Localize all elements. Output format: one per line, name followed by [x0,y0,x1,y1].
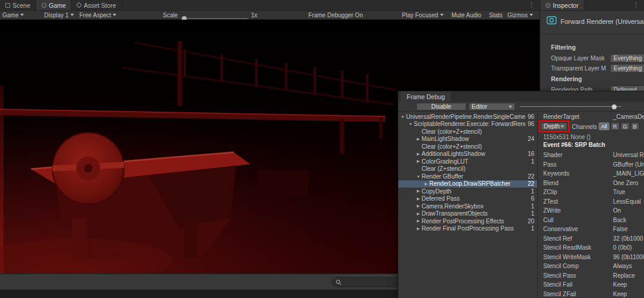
transparent-layer-mask-dropdown[interactable]: Everything [610,64,644,73]
bottom-strip [0,290,398,298]
play-focused-dropdown[interactable]: Play Focused [402,11,444,19]
chevron-down-icon [20,14,24,16]
tree-row-label: Clear (Z+stencil) [422,165,466,172]
property-row: ZClipTrue [538,188,644,197]
tab-scene[interactable]: Scene [0,0,36,10]
tree-row-label: Render GBuffer [422,173,463,180]
tree-row-count: 22 [525,180,537,187]
render-target-label: RenderTarget [543,113,580,120]
display-dropdown[interactable]: Display 1 [44,11,74,19]
tree-row[interactable]: ▶MainLightShadow24 [398,136,537,143]
frame-debug-titlebar[interactable]: Frame Debug [398,91,644,102]
game-icon [42,3,47,8]
property-label: Stencil WriteMask [543,254,591,260]
chevron-down-icon[interactable]: ▼ [407,122,414,126]
tree-row[interactable]: ▼Render GBuffer22 [398,173,537,180]
overflow-menu-icon[interactable]: ⋮ [524,0,540,10]
unity-editor-window: Scene Game Asset Store ⋮ Inspector ⋮ Gam… [0,0,644,298]
chevron-down-icon[interactable]: ▼ [415,174,422,179]
tree-row[interactable]: ▶Camera.RenderSkybox1 [398,202,537,210]
tree-row[interactable]: Clear (color+Z+stencil) [398,143,537,150]
tree-row-label: ColorGradingLUT [422,158,468,165]
disable-button[interactable]: Disable [416,103,466,110]
scale-slider-track[interactable] [181,18,248,19]
tree-row[interactable]: ▶Render PostProcessing Effects20 [398,217,537,225]
tree-row-count: 1 [528,225,537,232]
chevron-right-icon[interactable]: ▶ [415,204,422,208]
property-row: Stencil WriteMask96 (0b11000 [538,253,644,262]
chevron-right-icon[interactable]: ▶ [415,226,422,231]
tab-asset-store[interactable]: Asset Store [72,0,122,10]
channel-button-g[interactable]: G [621,122,630,130]
depth-channel-dropdown[interactable]: Depth [541,122,567,130]
tree-row-count: 1 [528,210,537,217]
tree-row[interactable]: ▶ColorGradingLUT1 [398,158,537,165]
inspector-tab-bar: Inspector ⋮ [540,0,644,11]
tree-row[interactable]: ▶AdditionalLightsShadow16 [398,150,537,158]
property-value: One Zero [613,180,638,186]
opaque-layer-mask-value: Everything [614,55,642,62]
property-row: Stencil FailKeep [538,280,644,290]
aspect-ratio-dropdown[interactable]: Free Aspect [79,11,116,19]
tab-asset-store-label: Asset Store [83,2,116,9]
game-menu-dropdown[interactable]: Game [2,11,24,19]
tree-row[interactable]: ▶CopyDepth1 [398,188,537,195]
tree-row[interactable]: ▶Deferred Pass6 [398,195,537,203]
chevron-right-icon[interactable]: ▶ [415,189,422,193]
rendering-section-header: Rendering [551,75,582,82]
tree-row[interactable]: ▼ScriptableRenderer.Execute: ForwardRend… [398,121,537,128]
tree-row-count: 1 [528,158,537,165]
search-icon [336,279,342,285]
channels-label: Channels [572,124,597,130]
opaque-layer-mask-dropdown[interactable]: Everything [610,54,644,63]
tree-row-label: ScriptableRenderer.Execute: ForwardRende… [414,121,525,127]
property-value: False [613,226,627,232]
chevron-down-icon[interactable]: ▼ [400,115,406,119]
event-slider-track[interactable] [520,106,621,107]
channel-button-b[interactable]: B [631,122,639,130]
tree-row-label: Clear (color+Z+stencil) [422,143,482,150]
channels-group: AllRGB [599,122,639,130]
chevron-right-icon[interactable]: ▶ [415,137,422,142]
overflow-menu-icon[interactable]: ⋮ [628,0,644,10]
property-label: Stencil Comp [543,263,578,269]
tab-game[interactable]: Game [36,0,72,10]
property-row: Stencil ZFailKeep [538,290,644,298]
scale-label: Scale [163,11,178,19]
mute-audio-label: Mute Audio [451,12,481,19]
event-slider-knob[interactable] [612,105,617,109]
game-view-toolbar: Game Display 1 Free Aspect Scale 1x Fram… [0,11,540,20]
stats-toggle[interactable]: Stats [489,11,503,19]
channel-button-all[interactable]: All [599,122,609,130]
chevron-right-icon[interactable]: ▶ [415,219,422,223]
aspect-label: Free Aspect [79,12,111,19]
chevron-right-icon[interactable]: ▶ [423,182,429,186]
tab-inspector[interactable]: Inspector [540,0,584,10]
property-value: 32 (0b1000 [613,235,643,242]
property-value: On [613,207,621,214]
tab-game-label: Game [49,2,66,9]
stats-label: Stats [489,12,503,19]
channel-button-r[interactable]: R [611,122,620,130]
mute-audio-toggle[interactable]: Mute Audio [451,11,481,19]
chevron-right-icon[interactable]: ▶ [415,159,422,164]
tree-row-count: 96 [525,113,537,120]
chevron-right-icon[interactable]: ▶ [415,211,422,216]
tree-row[interactable]: ▶Render Final PostProcessing Pass1 [398,225,537,233]
tree-row[interactable]: ▶DrawTransparentObjects1 [398,210,537,218]
property-row: Stencil ReadMask0 (0b0) [538,243,644,253]
gizmos-dropdown[interactable]: Gizmos [507,11,533,19]
tree-row[interactable]: Clear (Z+stencil) [398,165,537,173]
property-label: ZClip [543,189,557,195]
property-label: Stencil ReadMask [543,244,592,251]
frame-debug-tab[interactable]: Frame Debug [401,91,451,102]
tree-row[interactable]: Clear (color+Z+stencil) [398,128,537,136]
chevron-right-icon[interactable]: ▶ [415,152,422,156]
editor-target-dropdown[interactable]: Editor [469,103,515,110]
tree-row[interactable]: ▼UniversalRenderPipeline.RenderSingleCam… [398,113,537,121]
chevron-right-icon[interactable]: ▶ [415,196,422,201]
tree-row-label: DrawTransparentObjects [422,210,488,217]
property-value: Keep [613,291,627,297]
property-value: LessEqual [613,198,641,205]
tree-row[interactable]: ▶RenderLoop.DrawSRPBatcher22 [398,180,537,188]
